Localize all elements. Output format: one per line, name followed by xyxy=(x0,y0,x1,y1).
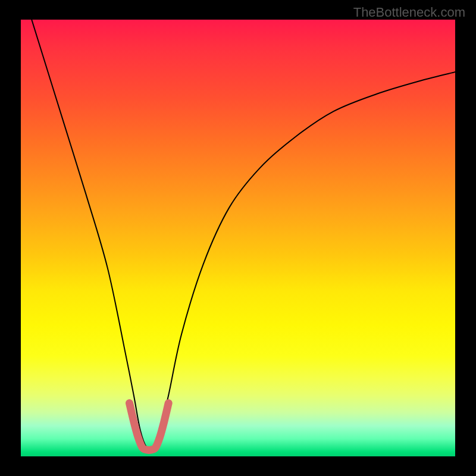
watermark-text: TheBottleneck.com xyxy=(353,5,465,20)
chart-root: TheBottleneck.com xyxy=(0,0,476,476)
marker-u xyxy=(130,403,169,450)
gradient-plot-area xyxy=(21,20,455,456)
bottleneck-curve xyxy=(21,20,455,450)
curve-overlay xyxy=(21,20,455,456)
